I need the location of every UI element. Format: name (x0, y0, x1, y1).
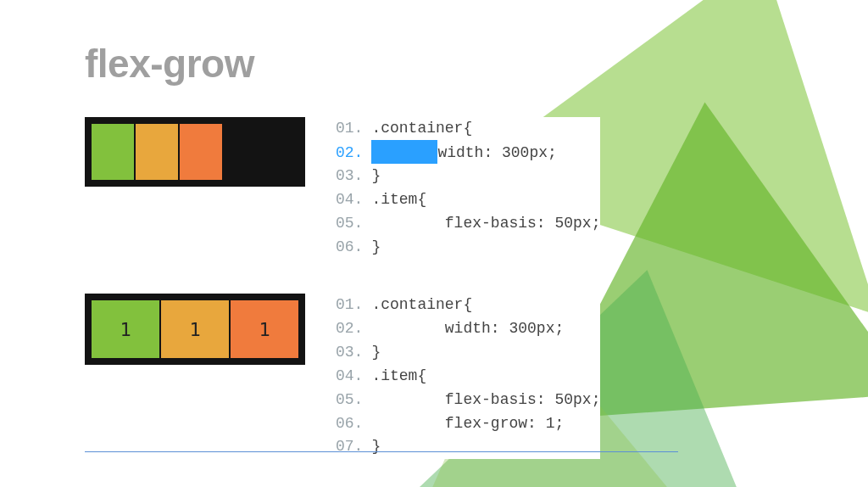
line-number: 06. (336, 412, 371, 436)
demo-box (180, 124, 222, 180)
example-row: 01..container{02. width: 300px;03.}04..i… (85, 117, 817, 260)
slide-title: flex-grow (85, 41, 817, 87)
slide: flex-grow 01..container{02. width: 300px… (0, 0, 868, 476)
line-number: 02. (336, 141, 371, 165)
code-line: 03.} (336, 341, 600, 365)
line-number: 05. (336, 389, 371, 412)
line-number: 03. (336, 341, 371, 365)
code-text: flex-basis: 50px; (371, 212, 600, 236)
code-line: 03.} (336, 165, 600, 188)
code-text: .container{ (371, 294, 600, 317)
code-line: 04..item{ (336, 365, 600, 389)
demo-box: 1 (92, 300, 159, 358)
code-line: 04..item{ (336, 188, 600, 212)
code-line: 06. flex-grow: 1; (336, 412, 600, 436)
demo-box (136, 124, 178, 180)
underline (85, 451, 678, 452)
code-text: } (371, 435, 600, 459)
code-line: 05. flex-basis: 50px; (336, 389, 600, 412)
line-number: 02. (336, 317, 371, 341)
code-text: .item{ (371, 365, 600, 389)
code-line: 01..container{ (336, 294, 600, 317)
code-text: .container{ (371, 117, 600, 141)
code-block: 01..container{02. width: 300px;03.}04..i… (336, 294, 600, 459)
code-text: flex-grow: 1; (371, 412, 600, 436)
code-line: 01..container{ (336, 117, 600, 141)
examples: 01..container{02. width: 300px;03.}04..i… (85, 117, 817, 459)
code-text: .item{ (371, 188, 600, 212)
line-number: 01. (336, 294, 371, 317)
line-number: 05. (336, 212, 371, 236)
flex-demo-grow: 1 1 1 (85, 294, 305, 365)
code-line: 05. flex-basis: 50px; (336, 212, 600, 236)
code-line: 06.} (336, 236, 600, 260)
code-text: } (371, 236, 600, 260)
code-text: width: 300px; (371, 141, 600, 165)
code-text: flex-basis: 50px; (371, 389, 600, 412)
code-line: 02. width: 300px; (336, 317, 600, 341)
demo-box: 1 (161, 300, 229, 358)
line-number: 03. (336, 165, 371, 188)
code-line: 07.} (336, 435, 600, 459)
code-line: 02. width: 300px; (336, 141, 600, 165)
flex-demo-nogrow (85, 117, 305, 187)
example-row: 1 1 1 01..container{02. width: 300px;03.… (85, 294, 817, 459)
highlight-bar (371, 140, 437, 164)
line-number: 07. (336, 435, 371, 459)
line-number: 04. (336, 188, 371, 212)
line-number: 06. (336, 236, 371, 260)
code-block: 01..container{02. width: 300px;03.}04..i… (336, 117, 600, 260)
code-text: } (371, 341, 600, 365)
demo-box: 1 (231, 300, 298, 358)
line-number: 01. (336, 117, 371, 141)
line-number: 04. (336, 365, 371, 389)
code-text: } (371, 165, 600, 188)
code-text: width: 300px; (371, 317, 600, 341)
demo-box (92, 124, 134, 180)
